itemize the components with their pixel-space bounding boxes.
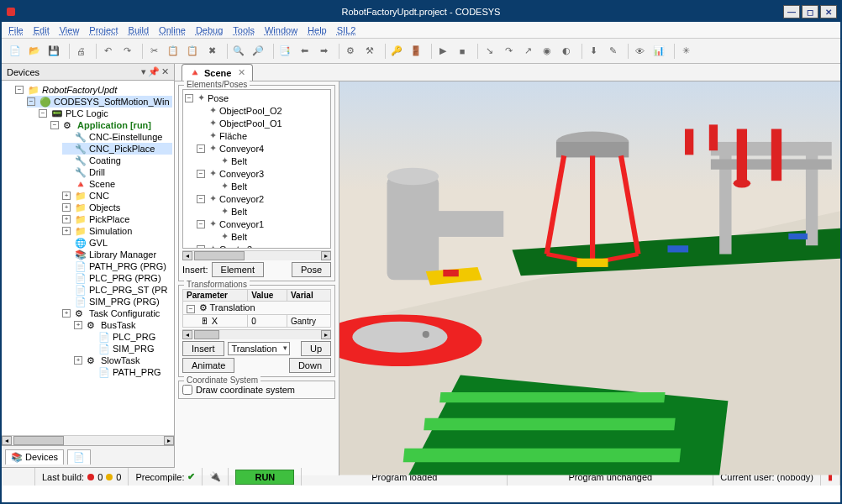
- tree-application[interactable]: Application [run]: [77, 120, 151, 130]
- transformations-table[interactable]: Parameter Value Varial − ⚙ Translation 🎚…: [182, 289, 331, 328]
- 3d-viewport[interactable]: [339, 81, 840, 475]
- animate-button[interactable]: Animate: [182, 358, 234, 373]
- element-item[interactable]: −✦ Conveyor3: [185, 167, 329, 180]
- status-connection[interactable]: 🔌: [203, 468, 229, 486]
- pose-button[interactable]: Pose: [292, 262, 331, 277]
- panel-pin-icon[interactable]: 📌: [148, 66, 160, 77]
- step-over-icon[interactable]: ↷: [500, 43, 517, 60]
- find-next-icon[interactable]: 🔎: [250, 43, 266, 60]
- tree-item[interactable]: 🔧CNC_PickPlace: [62, 143, 172, 155]
- tree-item[interactable]: 🔧Coating: [62, 155, 172, 166]
- tree-item[interactable]: +📁Simulation: [62, 225, 172, 237]
- device-tree[interactable]: −📁RobotFactoryUpdt −🟢CODESYS_SoftMotion_…: [2, 81, 174, 435]
- tree-item[interactable]: +⚙SlowTask: [62, 354, 172, 366]
- panel-close-icon[interactable]: ✕: [161, 66, 169, 77]
- insert-button[interactable]: Insert: [182, 341, 224, 356]
- maximize-button[interactable]: ◻: [802, 5, 818, 18]
- print-icon[interactable]: 🖨: [72, 43, 89, 60]
- open-icon[interactable]: 📂: [26, 43, 43, 60]
- cut-icon[interactable]: ✂: [145, 43, 162, 60]
- scroll-left-icon[interactable]: ◂: [2, 436, 12, 445]
- menu-help[interactable]: Help: [308, 25, 327, 35]
- tree-item[interactable]: 📄PLC_PRG_ST (PR: [62, 284, 172, 296]
- element-item[interactable]: ✦ Belt: [185, 155, 329, 167]
- elements-hscroll[interactable]: ◂▸: [182, 250, 331, 260]
- redo-icon[interactable]: ↷: [118, 43, 135, 60]
- paste-icon[interactable]: 📋: [184, 43, 201, 60]
- nav-back-icon[interactable]: ⬅: [296, 43, 313, 60]
- trace-icon[interactable]: 📊: [650, 43, 667, 60]
- tab-scene[interactable]: 🔺 Scene ✕: [182, 64, 253, 81]
- element-item[interactable]: ✦ Belt: [185, 180, 329, 192]
- stop-icon[interactable]: ■: [454, 43, 471, 60]
- tree-softmotion[interactable]: CODESYS_SoftMotion_Win: [54, 97, 170, 107]
- delete-icon[interactable]: ✖: [203, 43, 220, 60]
- element-button[interactable]: Element: [212, 262, 264, 277]
- panel-dropdown-icon[interactable]: ▾: [141, 66, 146, 77]
- draw-coord-checkbox[interactable]: Draw coordinate system: [182, 385, 331, 395]
- build-icon[interactable]: ⚙: [342, 43, 359, 60]
- tree-hscroll[interactable]: ◂ ▸: [2, 435, 174, 445]
- menu-file[interactable]: File: [8, 25, 24, 35]
- menu-project[interactable]: Project: [89, 25, 118, 35]
- start-icon[interactable]: ▶: [434, 43, 451, 60]
- bookmark-icon[interactable]: 📑: [276, 43, 293, 60]
- transform-hscroll[interactable]: ◂▸: [182, 329, 331, 339]
- login-icon[interactable]: 🔑: [388, 43, 405, 60]
- element-item[interactable]: ✦ ObjectPool_O2: [185, 104, 329, 117]
- menu-edit[interactable]: Edit: [34, 25, 50, 35]
- element-item[interactable]: ✦ ObjectPool_O1: [185, 117, 329, 129]
- menu-debug[interactable]: Debug: [196, 25, 223, 35]
- tree-item[interactable]: 🔺Scene: [62, 178, 172, 190]
- menu-view[interactable]: View: [60, 25, 80, 35]
- extra-icon[interactable]: ✳: [677, 43, 694, 60]
- tab-close-icon[interactable]: ✕: [238, 67, 245, 78]
- devices-tab[interactable]: 📚Devices: [5, 449, 64, 465]
- element-item[interactable]: −✦ Gantry3: [185, 243, 329, 249]
- tree-item[interactable]: +⚙Task Configuratic: [62, 307, 172, 319]
- tree-plclogic[interactable]: PLC Logic: [66, 108, 108, 118]
- tree-item[interactable]: +📁CNC: [62, 190, 172, 202]
- element-item[interactable]: ✦ Belt: [185, 205, 329, 218]
- minimize-button[interactable]: —: [783, 5, 800, 18]
- element-item[interactable]: ✦ Belt: [185, 230, 329, 243]
- element-item[interactable]: −✦ Conveyor1: [185, 218, 329, 230]
- watch-icon[interactable]: 👁: [631, 43, 648, 60]
- find-icon[interactable]: 🔍: [230, 43, 247, 60]
- transformation-select[interactable]: Translation: [228, 342, 290, 355]
- write-icon[interactable]: ✎: [604, 43, 621, 60]
- menu-window[interactable]: Window: [265, 25, 297, 35]
- tree-item[interactable]: +⚙BusTask: [62, 319, 172, 331]
- tree-item[interactable]: 📄PATH_PRG: [62, 366, 172, 378]
- tree-item[interactable]: +📁Objects: [62, 202, 172, 213]
- close-button[interactable]: ✕: [820, 5, 837, 18]
- logout-icon[interactable]: 🚪: [408, 43, 424, 60]
- rebuild-icon[interactable]: ⚒: [361, 43, 378, 60]
- new-icon[interactable]: 📄: [7, 43, 24, 60]
- step-into-icon[interactable]: ↘: [481, 43, 497, 60]
- up-button[interactable]: Up: [301, 341, 331, 356]
- tree-item[interactable]: 📄SIM_PRG (PRG): [62, 296, 172, 307]
- element-item[interactable]: −✦ Pose: [185, 92, 329, 104]
- tree-item[interactable]: +📁PickPlace: [62, 213, 172, 225]
- step-out-icon[interactable]: ↗: [519, 43, 536, 60]
- down-button[interactable]: Down: [289, 358, 331, 373]
- breakpoint-icon[interactable]: ◉: [539, 43, 555, 60]
- copy-icon[interactable]: 📋: [165, 43, 182, 60]
- undo-icon[interactable]: ↶: [99, 43, 116, 60]
- save-icon[interactable]: 💾: [45, 43, 62, 60]
- tree-item[interactable]: 📚Library Manager: [62, 249, 172, 260]
- tree-item[interactable]: 🔧CNC-Einstellunge: [62, 131, 172, 143]
- element-item[interactable]: −✦ Conveyor2: [185, 192, 329, 205]
- tree-item[interactable]: 🌐GVL: [62, 237, 172, 249]
- force-icon[interactable]: ⬇: [585, 43, 602, 60]
- elements-list[interactable]: −✦ Pose✦ ObjectPool_O2✦ ObjectPool_O1✦ F…: [182, 89, 331, 249]
- nav-fwd-icon[interactable]: ➡: [315, 43, 332, 60]
- pou-tab[interactable]: 📄: [67, 449, 91, 465]
- element-item[interactable]: ✦ Fläche: [185, 129, 329, 142]
- tree-item[interactable]: 📄SIM_PRG: [62, 343, 172, 354]
- toggle-bp-icon[interactable]: ◐: [558, 43, 575, 60]
- menu-online[interactable]: Online: [159, 25, 186, 35]
- menu-sil2[interactable]: SIL2: [337, 25, 356, 35]
- menu-build[interactable]: Build: [129, 25, 149, 35]
